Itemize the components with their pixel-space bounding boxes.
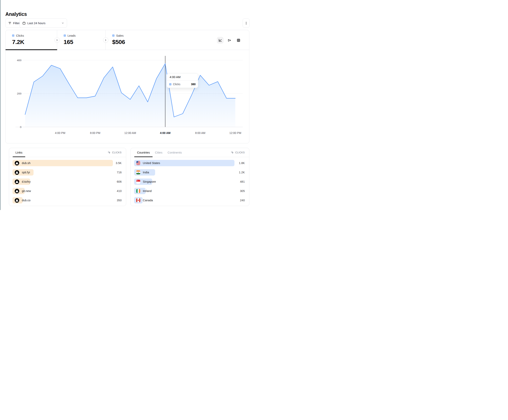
svg-text:12:00 PM: 12:00 PM bbox=[229, 131, 241, 135]
list-item-label: Canada bbox=[143, 199, 153, 202]
list-item[interactable]: Canada240 bbox=[134, 197, 245, 203]
leads-tab-label: Leads bbox=[68, 34, 76, 37]
chart-tooltip: 4:00 AM Clicks 380 bbox=[167, 73, 198, 88]
tooltip-time: 4:00 AM bbox=[167, 73, 198, 81]
page-title: Analytics bbox=[5, 11, 27, 17]
tooltip-value: 380 bbox=[191, 83, 196, 86]
clicks-area-chart[interactable]: 02004004:00 PM8:00 PM12:00 AM4:00 AM8:00… bbox=[6, 50, 250, 144]
list-item[interactable]: d.to/try606 bbox=[13, 179, 122, 185]
list-item-label: Singapore bbox=[143, 180, 156, 183]
tab-countries[interactable]: Countries bbox=[137, 148, 150, 157]
chevron-right-icon bbox=[56, 39, 58, 41]
links-metric-toggle[interactable]: CLICKS bbox=[108, 151, 122, 154]
list-item[interactable]: India1.2K bbox=[134, 169, 245, 175]
leads-value: 165 bbox=[64, 39, 105, 45]
list-item-value: 350 bbox=[117, 199, 122, 202]
countries-metric-toggle[interactable]: CLICKS bbox=[231, 151, 245, 154]
more-options-button[interactable] bbox=[243, 18, 250, 28]
tab-leads[interactable]: Leads 165 bbox=[57, 30, 106, 50]
links-list: dub.sh3.5Kspti.fyi716d.to/try606git.new4… bbox=[9, 157, 126, 203]
stat-tabs: Clicks 7.2K Leads 165 Sales $506 bbox=[6, 30, 249, 50]
table-grid-icon bbox=[237, 38, 240, 42]
next-stat-button[interactable] bbox=[54, 37, 60, 43]
sales-legend-swatch bbox=[112, 35, 114, 37]
analytics-card: Clicks 7.2K Leads 165 Sales $506 bbox=[5, 30, 249, 144]
list-item-label: Ireland bbox=[143, 189, 151, 193]
tab-links[interactable]: Links bbox=[15, 148, 22, 157]
kebab-icon bbox=[245, 22, 248, 25]
countries-metric-label: CLICKS bbox=[235, 151, 245, 154]
list-item-value: 3.5K bbox=[116, 161, 122, 165]
dub-logo-icon bbox=[15, 180, 19, 184]
next-stat-button[interactable] bbox=[103, 37, 108, 43]
funnel-chart-view-button[interactable] bbox=[226, 37, 232, 43]
calendar-icon bbox=[22, 22, 26, 25]
tab-clicks[interactable]: Clicks 7.2K bbox=[6, 30, 57, 50]
list-item-value: 606 bbox=[117, 180, 122, 183]
list-item[interactable]: spti.fyi716 bbox=[13, 169, 122, 175]
dub-logo-icon bbox=[15, 198, 19, 203]
date-range-button[interactable]: Last 24 hours bbox=[19, 18, 67, 28]
svg-text:12:00 AM: 12:00 AM bbox=[124, 131, 136, 135]
list-item-label: d.to/try bbox=[22, 180, 30, 183]
line-chart-icon bbox=[218, 38, 222, 42]
list-item-value: 410 bbox=[117, 189, 122, 193]
countries-panel: Countries Cities Continents CLICKS Unite… bbox=[131, 148, 249, 206]
list-item-value: 481 bbox=[240, 180, 245, 183]
list-item-value: 1.8K bbox=[239, 161, 245, 165]
cursor-click-icon bbox=[108, 151, 111, 154]
links-metric-label: CLICKS bbox=[112, 151, 122, 154]
svg-text:0: 0 bbox=[20, 126, 22, 129]
date-range-label: Last 24 hours bbox=[27, 22, 45, 25]
leads-legend-swatch bbox=[64, 35, 66, 37]
chevron-right-icon bbox=[105, 39, 107, 41]
list-item[interactable]: Ireland305 bbox=[134, 188, 245, 194]
list-item-label: spti.fyi bbox=[22, 171, 30, 174]
list-item[interactable]: United States1.8K bbox=[134, 160, 245, 166]
list-item-value: 240 bbox=[240, 199, 245, 202]
svg-text:8:00 AM: 8:00 AM bbox=[195, 131, 205, 135]
list-item-value: 1.2K bbox=[239, 171, 245, 174]
line-chart-view-button[interactable] bbox=[217, 37, 223, 43]
list-item-label: United States bbox=[143, 161, 160, 165]
cursor-click-icon bbox=[231, 151, 234, 154]
table-view-button[interactable] bbox=[235, 37, 242, 43]
analytics-page: Analytics Filter Last 24 hours bbox=[0, 0, 254, 210]
list-item[interactable]: Singapore481 bbox=[134, 179, 245, 185]
clicks-legend-swatch bbox=[12, 35, 14, 37]
flag-in-icon bbox=[136, 170, 140, 174]
chevron-down-icon bbox=[61, 22, 64, 24]
svg-text:8:00 PM: 8:00 PM bbox=[90, 131, 100, 135]
svg-text:400: 400 bbox=[17, 59, 22, 62]
svg-text:200: 200 bbox=[17, 92, 22, 95]
flag-sg-icon bbox=[136, 180, 140, 184]
clicks-value: 7.2K bbox=[12, 39, 57, 45]
svg-text:4:00 PM: 4:00 PM bbox=[55, 131, 65, 135]
filter-icon bbox=[8, 22, 11, 25]
filter-label: Filter bbox=[13, 22, 20, 25]
list-item-label: git.new bbox=[22, 189, 31, 193]
funnel-chart-icon bbox=[228, 38, 231, 42]
clicks-chart-area[interactable]: 02004004:00 PM8:00 PM12:00 AM4:00 AM8:00… bbox=[6, 50, 250, 144]
links-panel: Links CLICKS dub.sh3.5Kspti.fyi716d.to/t… bbox=[9, 148, 126, 206]
list-item-label: dub.sh bbox=[22, 161, 30, 165]
list-item-value: 716 bbox=[117, 171, 122, 174]
tooltip-metric: Clicks bbox=[173, 83, 180, 86]
tooltip-legend-swatch bbox=[169, 83, 171, 85]
clicks-tab-label: Clicks bbox=[16, 34, 24, 37]
sales-tab-label: Sales bbox=[116, 34, 124, 37]
chart-type-switcher bbox=[217, 37, 242, 43]
dub-logo-icon bbox=[15, 189, 19, 193]
list-item[interactable]: dub.sh3.5K bbox=[13, 160, 122, 166]
dub-logo-icon bbox=[15, 170, 19, 175]
list-item[interactable]: git.new410 bbox=[13, 188, 122, 194]
active-tab-underline bbox=[6, 49, 57, 50]
flag-ie-icon bbox=[136, 189, 140, 193]
flag-ca-icon bbox=[136, 198, 140, 202]
tab-cities[interactable]: Cities bbox=[155, 148, 163, 157]
list-item[interactable]: dub.co350 bbox=[13, 197, 122, 203]
list-item-value: 305 bbox=[240, 189, 245, 193]
flag-us-icon bbox=[136, 161, 140, 165]
dub-logo-icon bbox=[15, 161, 19, 166]
tab-continents[interactable]: Continents bbox=[168, 148, 182, 157]
